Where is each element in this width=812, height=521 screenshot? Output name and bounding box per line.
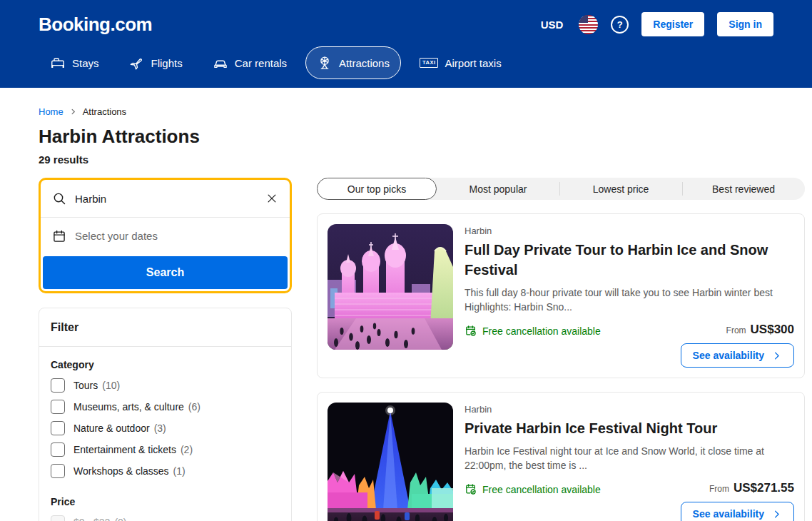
clear-search-icon[interactable]: [265, 192, 278, 205]
help-icon[interactable]: ?: [611, 16, 629, 34]
filter-panel: Filter Category Tours (10) Museums, arts…: [39, 308, 292, 521]
card-location: Harbin: [465, 404, 794, 415]
sort-tab-top-picks[interactable]: Our top picks: [317, 178, 437, 200]
attraction-photo[interactable]: [328, 224, 453, 350]
breadcrumb-current: Attractions: [83, 106, 126, 117]
signin-button[interactable]: Sign in: [717, 12, 773, 36]
see-availability-button[interactable]: See availability: [681, 343, 794, 368]
breadcrumb: Home Attractions: [39, 106, 805, 117]
product-nav: Stays Flights Car rentals: [39, 46, 773, 79]
free-cancellation-label: Free cancellation available: [482, 325, 601, 337]
sort-tab-most-popular[interactable]: Most popular: [437, 178, 559, 200]
price-group-title: Price: [51, 496, 280, 507]
attraction-card: Harbin Private Harbin Ice Festival Night…: [317, 392, 805, 521]
left-sidebar: Select your dates Search Filter Category…: [39, 178, 292, 521]
free-cancellation-badge: Free cancellation available: [465, 325, 601, 337]
nav-flights[interactable]: Flights: [118, 46, 194, 79]
card-location: Harbin: [465, 226, 794, 236]
car-icon: [213, 55, 228, 71]
chevron-right-icon: [69, 108, 77, 116]
dates-field[interactable]: Select your dates: [41, 217, 290, 254]
calendar-check-icon: [465, 325, 477, 337]
free-cancellation-label: Free cancellation available: [482, 484, 601, 495]
dates-placeholder: Select your dates: [75, 230, 158, 242]
main-content: Home Attractions Harbin Attractions 29 r…: [0, 106, 812, 521]
checkbox-icon[interactable]: [51, 442, 65, 457]
price-value: US$300: [751, 323, 794, 337]
divider: [39, 346, 291, 347]
from-label: From: [726, 325, 746, 335]
attraction-card: Harbin Full Day Private Tour to Harbin I…: [317, 213, 805, 378]
site-header: Booking.com USD ? Register Sign in Stays: [0, 0, 812, 88]
nav-label: Flights: [151, 57, 183, 69]
destination-field[interactable]: [41, 180, 290, 217]
card-title-link[interactable]: Full Day Private Tour to Harbin Ice and …: [465, 240, 794, 280]
filter-option-entertainment[interactable]: Entertainment & tickets (2): [51, 442, 280, 457]
filter-option-price-0-22: $0 - $22 (0): [51, 515, 280, 521]
breadcrumb-home-link[interactable]: Home: [39, 106, 64, 117]
us-flag-icon[interactable]: [579, 15, 598, 34]
chevron-right-icon: [771, 350, 782, 361]
bed-icon: [50, 55, 66, 71]
price: From US$271.55: [709, 481, 794, 495]
filter-option-museums[interactable]: Museums, arts, & culture (6): [51, 399, 280, 415]
nav-attractions[interactable]: Attractions: [305, 46, 401, 79]
card-title-link[interactable]: Private Harbin Ice Festival Night Tour: [465, 418, 794, 438]
sort-tab-best-reviewed[interactable]: Best reviewed: [682, 178, 805, 200]
ferris-wheel-icon: [317, 55, 333, 71]
register-button[interactable]: Register: [641, 12, 704, 36]
checkbox-icon[interactable]: [51, 421, 65, 435]
booking-logo[interactable]: Booking.com: [39, 14, 152, 36]
search-button[interactable]: Search: [43, 256, 288, 289]
results-section: Our top picks Most popular Lowest price …: [317, 178, 805, 521]
see-availability-button[interactable]: See availability: [681, 502, 794, 521]
filter-option-workshops[interactable]: Workshops & classes (1): [51, 463, 280, 479]
search-box: Select your dates Search: [39, 178, 292, 293]
nav-label: Attractions: [339, 57, 390, 69]
nav-airport-taxis[interactable]: TAXI Airport taxis: [408, 49, 513, 78]
checkbox-icon[interactable]: [51, 378, 65, 393]
calendar-icon: [52, 229, 66, 243]
nav-stays[interactable]: Stays: [39, 46, 111, 79]
nav-label: Stays: [72, 57, 99, 69]
card-description: Harbin Ice Festival night tour at Ice an…: [465, 444, 794, 472]
nav-label: Airport taxis: [445, 57, 501, 69]
price-value: US$271.55: [734, 481, 794, 495]
free-cancellation-badge: Free cancellation available: [465, 483, 601, 495]
category-group-title: Category: [51, 359, 280, 370]
see-availability-label: See availability: [693, 350, 764, 361]
sort-tabs: Our top picks Most popular Lowest price …: [317, 178, 805, 200]
results-count: 29 results: [39, 153, 805, 166]
filter-option-nature[interactable]: Nature & outdoor (3): [51, 420, 280, 436]
filter-title: Filter: [51, 321, 280, 334]
currency-selector[interactable]: USD: [538, 14, 567, 35]
nav-label: Car rentals: [235, 57, 287, 69]
sort-tab-lowest-price[interactable]: Lowest price: [559, 178, 682, 200]
see-availability-label: See availability: [693, 508, 764, 520]
calendar-check-icon: [465, 483, 477, 495]
card-description: This full day 8-hour private tour will t…: [465, 285, 794, 314]
checkbox-icon[interactable]: [51, 464, 65, 478]
from-label: From: [709, 484, 729, 494]
filter-option-tours[interactable]: Tours (10): [51, 378, 280, 393]
search-input[interactable]: [75, 193, 257, 205]
price: From US$300: [726, 323, 794, 337]
plane-icon: [129, 55, 145, 71]
checkbox-icon[interactable]: [51, 400, 65, 414]
search-icon: [52, 191, 66, 206]
chevron-right-icon: [771, 509, 782, 520]
taxi-icon: TAXI: [420, 58, 439, 68]
checkbox-icon: [51, 515, 65, 521]
nav-car-rentals[interactable]: Car rentals: [201, 46, 298, 79]
attraction-photo[interactable]: [328, 403, 453, 521]
page-title: Harbin Attractions: [39, 126, 805, 148]
